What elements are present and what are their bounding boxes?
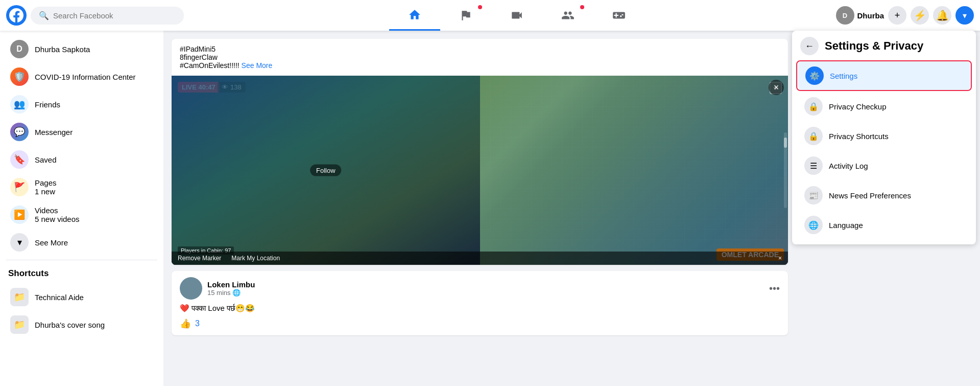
nav-user[interactable]: D Dhurba (836, 6, 885, 25)
video-bottom-bar: Remove Marker Mark My Location × (172, 252, 788, 265)
language-icon: 🌐 (804, 216, 823, 234)
privacy-icon: 🌐 (232, 289, 241, 297)
technical-aide-icon: 📁 (10, 288, 29, 306)
privacy-checkup-label: Privacy Checkup (829, 102, 887, 111)
flag-badge (478, 5, 482, 9)
follow-content: ❤️ पक्का Love पर्छ😁😂 (180, 304, 780, 313)
news-feed-icon: 📰 (804, 186, 823, 205)
facebook-logo[interactable] (6, 5, 27, 26)
close-video-btn[interactable]: × (769, 80, 784, 95)
activity-log-label: Activity Log (829, 162, 868, 170)
dropdown-header: ← Settings & Privacy (792, 35, 976, 59)
settings-item[interactable]: ⚙️ Settings (797, 61, 971, 90)
follow-time: 15 mins 🌐 (207, 289, 255, 297)
nav-tab-home[interactable] (389, 0, 440, 31)
videos-icon: ▶️ (10, 206, 29, 224)
search-input[interactable] (53, 11, 176, 20)
sidebar-profile-label: Dhurba Sapkota (35, 45, 90, 54)
nav-center (204, 0, 830, 31)
news-feed-item[interactable]: 📰 News Feed Preferences (796, 181, 972, 210)
game-map: + OMLET ARCADE (480, 76, 788, 265)
scroll-indicator (784, 132, 787, 208)
pages-badge: 1 new (35, 187, 57, 196)
video-container: LIVE 40:47 👁 138 Players in Cabin: 97 Fo… (172, 76, 788, 265)
notifications-button[interactable]: 🔔 (933, 6, 951, 25)
privacy-checkup-item[interactable]: 🔒 Privacy Checkup (796, 92, 972, 121)
post-tag-3-text: #CamOnEvilest!!!!! (180, 61, 240, 70)
main-feed: #IPadMini5 8fingerClaw #CamOnEvilest!!!!… (163, 31, 796, 386)
privacy-shortcuts-item[interactable]: 🔒 Privacy Shortcuts (796, 122, 972, 150)
language-item[interactable]: 🌐 Language (796, 211, 972, 239)
sidebar-covid-label: COVID-19 Information Center (35, 73, 136, 81)
nav-tab-video[interactable] (491, 0, 542, 31)
more-options-btn[interactable]: ••• (769, 283, 780, 294)
like-count: 3 (195, 319, 200, 328)
privacy-shortcuts-icon: 🔒 (804, 127, 823, 145)
sidebar-item-profile[interactable]: D Dhurba Sapkota (4, 36, 159, 62)
follow-post-card: Loken Limbu 15 mins 🌐 ••• ❤️ पक्का Love … (172, 271, 788, 335)
sidebar-item-dhurba-cover[interactable]: 📁 Dhurba's cover song (4, 311, 159, 338)
sidebar-item-saved[interactable]: 🔖 Saved (4, 146, 159, 173)
videos-label-group: Videos 5 new videos (35, 206, 80, 223)
profile-avatar: D (10, 40, 29, 58)
video-left-pane: LIVE 40:47 👁 138 Players in Cabin: 97 Fo… (172, 76, 480, 265)
privacy-checkup-icon: 🔒 (804, 97, 823, 116)
sidebar-messenger-label: Messenger (35, 128, 73, 137)
user-avatar: D (836, 6, 854, 25)
messenger-icon: 💬 (10, 123, 29, 141)
sidebar-videos-label: Videos (35, 206, 80, 215)
activity-log-icon: ☰ (804, 156, 823, 175)
sidebar-item-messenger[interactable]: 💬 Messenger (4, 119, 159, 145)
post-tag-2: 8fingerClaw (180, 53, 780, 61)
nav-tab-gaming[interactable] (593, 0, 644, 31)
back-button[interactable]: ← (800, 37, 819, 55)
follow-header: Loken Limbu 15 mins 🌐 (180, 277, 769, 300)
follow-avatar (180, 277, 202, 300)
account-button[interactable]: ▾ (955, 6, 974, 25)
sidebar-item-pages[interactable]: 🚩 Pages 1 new (4, 174, 159, 200)
follow-button[interactable]: Follow (310, 165, 342, 176)
sidebar-item-covid[interactable]: 🛡️ COVID-19 Information Center (4, 63, 159, 90)
top-navigation: 🔍 D Dhurba + ⚡ 🔔 ▾ (0, 0, 980, 31)
see-more-link[interactable]: See More (242, 61, 273, 70)
settings-item-border: ⚙️ Settings (796, 60, 972, 91)
sidebar-item-videos[interactable]: ▶️ Videos 5 new videos (4, 201, 159, 228)
close-bar-btn[interactable]: × (778, 255, 782, 262)
follow-btn-label[interactable]: Follow (310, 165, 342, 176)
language-label: Language (829, 221, 863, 230)
settings-icon: ⚙️ (805, 66, 824, 85)
follow-actions: 👍 3 (180, 318, 780, 329)
right-panel: ← Settings & Privacy ⚙️ Settings 🔒 Priva… (796, 31, 980, 386)
messenger-button[interactable]: ⚡ (911, 6, 929, 25)
activity-log-item[interactable]: ☰ Activity Log (796, 151, 972, 180)
follow-author: Loken Limbu (207, 280, 255, 289)
sidebar-friends-label: Friends (35, 100, 60, 109)
like-icon: 👍 (180, 318, 191, 329)
sidebar-item-technical-aide[interactable]: 📁 Technical Aide (4, 284, 159, 310)
remove-marker-btn[interactable]: Remove Marker (178, 255, 221, 262)
technical-aide-label: Technical Aide (35, 293, 84, 302)
mark-location-btn[interactable]: Mark My Location (231, 255, 280, 262)
groups-badge (580, 5, 584, 9)
privacy-shortcuts-label: Privacy Shortcuts (829, 132, 889, 141)
dhurba-cover-label: Dhurba's cover song (35, 321, 105, 329)
shortcuts-title: Shortcuts (0, 264, 163, 283)
nav-tab-groups[interactable] (542, 0, 593, 31)
add-button[interactable]: + (888, 6, 906, 25)
nav-right: D Dhurba + ⚡ 🔔 ▾ (830, 6, 981, 25)
search-icon: 🔍 (39, 11, 49, 20)
dhurba-cover-icon: 📁 (10, 315, 29, 334)
friends-icon: 👥 (10, 95, 29, 113)
post-tag-3: #CamOnEvilest!!!!! See More (180, 61, 780, 70)
sidebar-item-friends[interactable]: 👥 Friends (4, 91, 159, 118)
saved-icon: 🔖 (10, 150, 29, 169)
sidebar-saved-label: Saved (35, 155, 57, 164)
sidebar-item-see-more[interactable]: ▾ See More (4, 229, 159, 256)
sidebar-divider (6, 260, 157, 260)
nav-left: 🔍 (0, 5, 204, 26)
nav-tab-flag[interactable] (440, 0, 491, 31)
search-box[interactable]: 🔍 (31, 7, 184, 25)
settings-label: Settings (830, 72, 857, 80)
video-placeholder: LIVE 40:47 👁 138 Players in Cabin: 97 Fo… (172, 76, 788, 265)
left-sidebar: D Dhurba Sapkota 🛡️ COVID-19 Information… (0, 31, 163, 386)
